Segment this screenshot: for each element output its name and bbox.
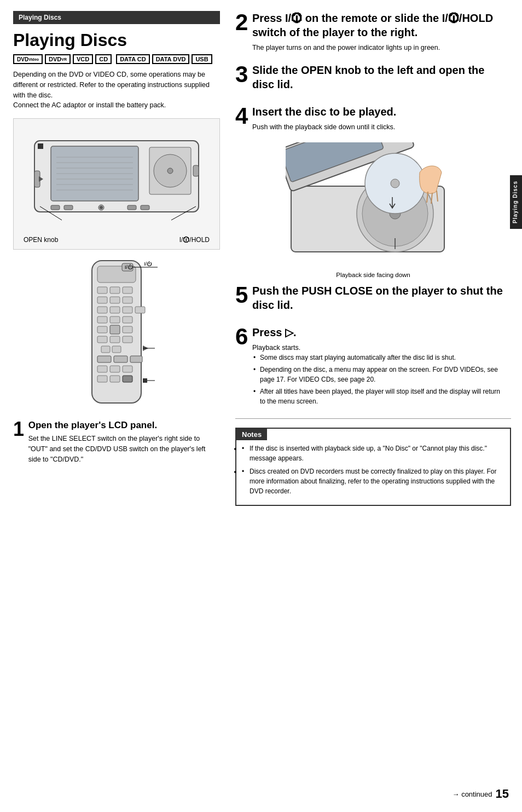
svg-rect-38 [97, 316, 107, 323]
svg-rect-29 [110, 287, 120, 293]
step-6-bullet-2: Depending on the disc, a menu may appear… [252, 365, 503, 384]
badge-cd: CD [95, 54, 112, 64]
step-2-body: The player turns on and the power indica… [252, 43, 503, 53]
side-tab: Playing Discs [510, 175, 522, 229]
svg-rect-16 [141, 205, 149, 210]
svg-rect-31 [97, 297, 107, 303]
svg-rect-36 [123, 307, 132, 313]
step-2-heading: Press I/⏼ on the remote or slide the I/⏼… [252, 11, 503, 39]
note-2: Discs created on DVD recorders must be c… [242, 467, 504, 496]
remote-illustration: I/⏻ [13, 255, 220, 408]
svg-rect-44 [97, 336, 107, 343]
step-6-body: Playback starts. Some discs may start pl… [252, 343, 503, 407]
left-column: Playing Discs Playing Discs DVDVideo DVD… [0, 0, 230, 812]
disc-caption: Playback side facing down [336, 272, 410, 278]
step-1-heading: Open the player's LCD panel. [28, 419, 211, 431]
step-6: 6 Press ▷. Playback starts. Some discs m… [235, 325, 511, 409]
step-2: 2 Press I/⏼ on the remote or slide the I… [235, 11, 511, 53]
svg-rect-15 [127, 205, 136, 210]
step-1-body: Set the LINE SELECT switch on the player… [28, 434, 211, 464]
svg-rect-49 [97, 356, 111, 362]
svg-rect-45 [110, 336, 120, 343]
step-4-content: Insert the disc to be played. Push with … [252, 105, 503, 133]
step-6-heading: Press ▷. [252, 325, 503, 339]
svg-rect-37 [135, 307, 145, 313]
svg-rect-18 [193, 165, 199, 176]
svg-rect-32 [110, 297, 120, 303]
svg-rect-47 [101, 346, 110, 353]
disc-insert-svg [286, 142, 461, 268]
section-divider [235, 418, 511, 419]
step-5-content: Push the PUSH CLOSE on the player to shu… [252, 284, 503, 315]
step-5-number: 5 [235, 284, 248, 307]
format-badges: DVDVideo DVDVR VCD CD DATA CD DATA DVD U… [13, 54, 220, 64]
svg-rect-12 [51, 205, 60, 210]
step-4-number: 4 [235, 105, 248, 128]
badge-dvd-vr: DVDVR [45, 54, 71, 64]
svg-text:I/⏻: I/⏻ [144, 261, 152, 267]
step-1: 1 Open the player's LCD panel. Set the L… [13, 419, 220, 464]
breadcrumb: Playing Discs [13, 11, 220, 24]
notes-list: If the disc is inserted with playback si… [236, 444, 510, 505]
remote-svg: I/⏻ [62, 255, 171, 408]
step-6-number: 6 [235, 325, 248, 348]
disc-insert-area: Playback side facing down [235, 142, 511, 278]
badge-usb: USB [192, 54, 212, 64]
step-4-heading: Insert the disc to be played. [252, 105, 503, 119]
step-5: 5 Push the PUSH CLOSE on the player to s… [235, 284, 511, 315]
step-3-content: Slide the OPEN knob to the left and open… [252, 63, 503, 95]
svg-rect-53 [110, 366, 120, 372]
svg-rect-19 [38, 143, 43, 149]
svg-point-11 [167, 168, 173, 174]
open-knob-label: OPEN knob [24, 236, 58, 244]
step-3-number: 3 [235, 63, 248, 86]
step-2-content: Press I/⏼ on the remote or slide the I/⏼… [252, 11, 503, 53]
svg-point-21 [100, 206, 103, 209]
badge-dvd-video: DVDVideo [13, 54, 43, 64]
svg-rect-55 [97, 376, 107, 382]
svg-rect-35 [110, 307, 120, 313]
note-1: If the disc is inserted with playback si… [242, 444, 504, 463]
device-illustration: OPEN knob I/⏼/HOLD [13, 118, 220, 250]
continued-text: → continued [453, 790, 492, 798]
svg-rect-34 [97, 307, 107, 313]
svg-rect-46 [123, 336, 132, 343]
step-3-heading: Slide the OPEN knob to the left and open… [252, 63, 503, 91]
svg-rect-33 [123, 297, 132, 303]
svg-rect-52 [97, 366, 107, 372]
step-6-playback-starts: Playback starts. [252, 344, 300, 352]
svg-rect-57 [123, 376, 132, 382]
notes-header: Notes [236, 429, 267, 440]
description-text: Depending on the DVD or VIDEO CD, some o… [13, 70, 220, 111]
svg-point-71 [391, 179, 399, 188]
step-5-heading: Push the PUSH CLOSE on the player to shu… [252, 284, 503, 312]
svg-rect-40 [123, 316, 132, 323]
step-1-content: Open the player's LCD panel. Set the LIN… [28, 419, 211, 464]
badge-data-dvd: DATA DVD [152, 54, 190, 64]
svg-rect-60 [143, 378, 147, 383]
page-title: Playing Discs [13, 31, 220, 50]
svg-rect-42 [110, 325, 120, 334]
svg-rect-56 [110, 376, 120, 382]
step-6-content: Press ▷. Playback starts. Some discs may… [252, 325, 503, 409]
step-4-body: Push with the playback side down until i… [252, 122, 503, 133]
step-2-number: 2 [235, 11, 248, 34]
svg-rect-28 [97, 287, 107, 293]
badge-vcd: VCD [73, 54, 93, 64]
step-4: 4 Insert the disc to be played. Push wit… [235, 105, 511, 133]
step-3: 3 Slide the OPEN knob to the left and op… [235, 63, 511, 95]
page-wrapper: Playing Discs Playing Discs DVDVideo DVD… [0, 0, 522, 812]
svg-text:I/⏻: I/⏻ [125, 264, 133, 270]
right-column: 2 Press I/⏼ on the remote or slide the I… [230, 0, 522, 812]
power-hold-label: I/⏼/HOLD [179, 236, 210, 244]
svg-rect-30 [123, 287, 132, 293]
step-6-bullet-1: Some discs may start playing automatical… [252, 353, 503, 362]
badge-data-cd: DATA CD [116, 54, 149, 64]
svg-rect-51 [130, 356, 142, 362]
notes-box: Notes If the disc is inserted with playb… [235, 428, 511, 506]
svg-rect-48 [112, 346, 121, 353]
page-number: 15 [496, 787, 509, 801]
device-labels: OPEN knob I/⏼/HOLD [24, 236, 210, 244]
step-6-bullets: Some discs may start playing automatical… [252, 353, 503, 406]
svg-rect-39 [110, 316, 120, 323]
